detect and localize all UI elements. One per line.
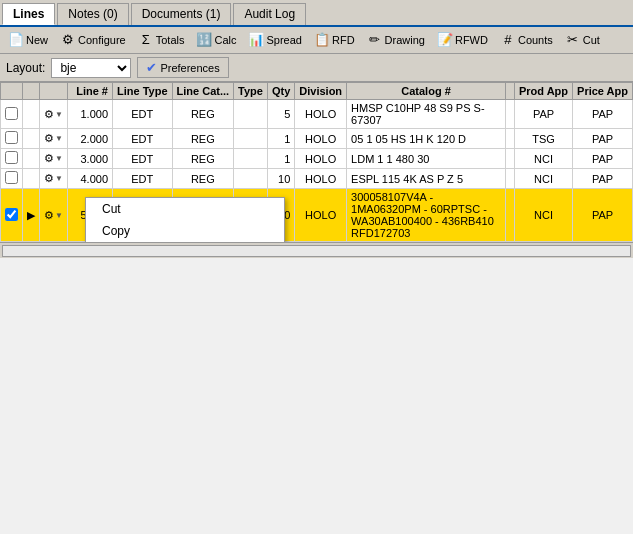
rfd-button[interactable]: 📋 RFD <box>310 30 359 50</box>
new-button[interactable]: 📄 New <box>4 30 52 50</box>
row-checkbox-cell[interactable] <box>1 189 23 242</box>
row-line-cat: REG <box>172 100 234 129</box>
context-menu: CutCopyPasteSplit BreakoutsDeleteInsertI… <box>85 197 285 242</box>
row-gear-cell[interactable]: ⚙ ▼ <box>40 189 68 242</box>
dropdown-arrow-icon[interactable]: ▼ <box>55 174 63 183</box>
spread-button[interactable]: 📊 Spread <box>244 30 305 50</box>
totals-label: Totals <box>156 34 185 46</box>
preferences-label: Preferences <box>160 62 219 74</box>
gear-icon[interactable]: ⚙ <box>44 108 54 121</box>
row-type <box>234 129 268 149</box>
table-row[interactable]: ⚙ ▼ 4.000 EDT REG 10 HOLO ESPL 115 4K AS… <box>1 169 633 189</box>
tab-lines[interactable]: Lines <box>2 3 55 25</box>
drawing-label: Drawing <box>385 34 425 46</box>
row-spacer <box>505 100 514 129</box>
horizontal-scrollbar[interactable] <box>2 245 631 257</box>
row-qty: 1 <box>267 149 294 169</box>
row-gear-cell[interactable]: ⚙ ▼ <box>40 149 68 169</box>
header-catalog: Catalog # <box>347 83 506 100</box>
calc-icon: 🔢 <box>196 32 212 48</box>
bottom-bar <box>0 242 633 258</box>
row-checkbox-cell[interactable] <box>1 149 23 169</box>
row-checkbox-cell[interactable] <box>1 129 23 149</box>
rfwd-button[interactable]: 📝 RFWD <box>433 30 492 50</box>
cut-button[interactable]: ✂ Cut <box>561 30 604 50</box>
header-type: Type <box>234 83 268 100</box>
row-gear-cell[interactable]: ⚙ ▼ <box>40 100 68 129</box>
tab-documents[interactable]: Documents (1) <box>131 3 232 25</box>
gear-icon[interactable]: ⚙ <box>44 209 54 222</box>
row-catalog: 05 1 05 HS 1H K 120 D <box>347 129 506 149</box>
tab-notes[interactable]: Notes (0) <box>57 3 128 25</box>
spread-icon: 📊 <box>248 32 264 48</box>
header-division: Division <box>295 83 347 100</box>
row-gear-cell[interactable]: ⚙ ▼ <box>40 169 68 189</box>
header-price-app: Price App <box>573 83 633 100</box>
counts-button[interactable]: # Counts <box>496 30 557 50</box>
row-arrow-icon: ▶ <box>27 209 35 221</box>
row-checkbox[interactable] <box>5 107 18 120</box>
context-menu-item-copy[interactable]: Copy <box>86 220 284 242</box>
row-checkbox[interactable] <box>5 171 18 184</box>
cut-label: Cut <box>583 34 600 46</box>
dropdown-arrow-icon[interactable]: ▼ <box>55 134 63 143</box>
table-row[interactable]: ⚙ ▼ 3.000 EDT REG 1 HOLO LDM 1 1 480 30 … <box>1 149 633 169</box>
drawing-button[interactable]: ✏ Drawing <box>363 30 429 50</box>
row-checkbox-cell[interactable] <box>1 100 23 129</box>
row-qty: 1 <box>267 129 294 149</box>
context-menu-item-cut[interactable]: Cut <box>86 198 284 220</box>
row-type <box>234 149 268 169</box>
row-arrow-cell <box>23 100 40 129</box>
configure-label: Configure <box>78 34 126 46</box>
row-catalog: ESPL 115 4K AS P Z 5 <box>347 169 506 189</box>
gear-icon[interactable]: ⚙ <box>44 132 54 145</box>
row-checkbox[interactable] <box>5 131 18 144</box>
row-price-app: PAP <box>573 129 633 149</box>
dropdown-arrow-icon[interactable]: ▼ <box>55 154 63 163</box>
row-line-num: 1.000 <box>68 100 113 129</box>
row-spacer <box>505 149 514 169</box>
configure-button[interactable]: ⚙ Configure <box>56 30 130 50</box>
counts-label: Counts <box>518 34 553 46</box>
gear-icon[interactable]: ⚙ <box>44 172 54 185</box>
header-checkbox <box>1 83 23 100</box>
header-gear <box>40 83 68 100</box>
header-spacer <box>505 83 514 100</box>
spread-label: Spread <box>266 34 301 46</box>
row-spacer <box>505 129 514 149</box>
calc-button[interactable]: 🔢 Calc <box>192 30 240 50</box>
row-checkbox[interactable] <box>5 208 18 221</box>
tab-auditlog[interactable]: Audit Log <box>233 3 306 25</box>
dropdown-arrow-icon[interactable]: ▼ <box>55 110 63 119</box>
row-catalog: 300058107V4A - 1MA06320PM - 60RPTSC - WA… <box>347 189 506 242</box>
rfwd-label: RFWD <box>455 34 488 46</box>
row-price-app: PAP <box>573 189 633 242</box>
layout-bar: Layout: bje ✔ Preferences <box>0 54 633 82</box>
row-price-app: PAP <box>573 149 633 169</box>
row-line-num: 4.000 <box>68 169 113 189</box>
rfwd-icon: 📝 <box>437 32 453 48</box>
table-row[interactable]: ⚙ ▼ 1.000 EDT REG 5 HOLO HMSP C10HP 48 S… <box>1 100 633 129</box>
row-gear-cell[interactable]: ⚙ ▼ <box>40 129 68 149</box>
row-arrow-cell <box>23 169 40 189</box>
gear-icon[interactable]: ⚙ <box>44 152 54 165</box>
new-icon: 📄 <box>8 32 24 48</box>
configure-icon: ⚙ <box>60 32 76 48</box>
row-line-type: EDT <box>113 129 173 149</box>
preferences-icon: ✔ <box>146 60 157 75</box>
layout-select[interactable]: bje <box>51 58 131 78</box>
new-label: New <box>26 34 48 46</box>
row-checkbox[interactable] <box>5 151 18 164</box>
preferences-button[interactable]: ✔ Preferences <box>137 57 228 78</box>
row-prod-app: PAP <box>514 100 572 129</box>
table-row[interactable]: ⚙ ▼ 2.000 EDT REG 1 HOLO 05 1 05 HS 1H K… <box>1 129 633 149</box>
toolbar: 📄 New ⚙ Configure Σ Totals 🔢 Calc 📊 Spre… <box>0 27 633 54</box>
dropdown-arrow-icon[interactable]: ▼ <box>55 211 63 220</box>
header-line-cat: Line Cat... <box>172 83 234 100</box>
row-prod-app: NCI <box>514 189 572 242</box>
row-qty: 10 <box>267 169 294 189</box>
header-qty: Qty <box>267 83 294 100</box>
row-checkbox-cell[interactable] <box>1 169 23 189</box>
row-line-cat: REG <box>172 149 234 169</box>
totals-button[interactable]: Σ Totals <box>134 30 189 50</box>
